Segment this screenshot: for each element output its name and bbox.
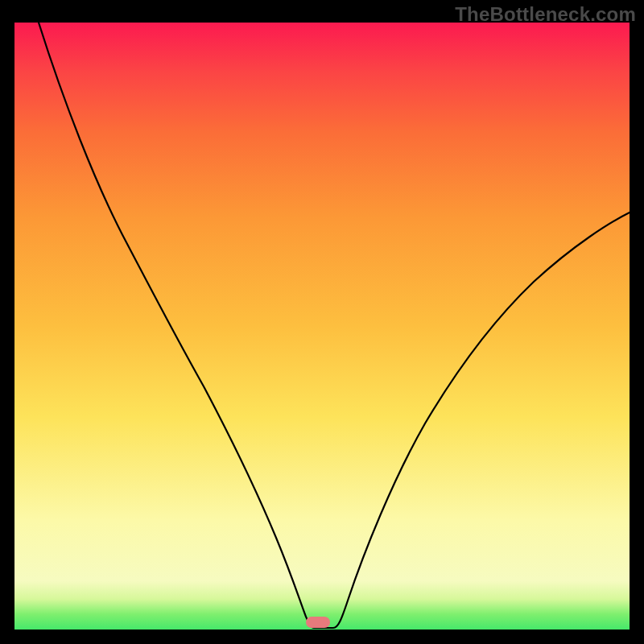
optimum-marker (306, 617, 330, 628)
bottleneck-curve-path (39, 23, 630, 628)
bottleneck-curve-svg (14, 23, 630, 630)
chart-frame: TheBottleneck.com (0, 0, 644, 644)
watermark-text: TheBottleneck.com (455, 3, 636, 26)
